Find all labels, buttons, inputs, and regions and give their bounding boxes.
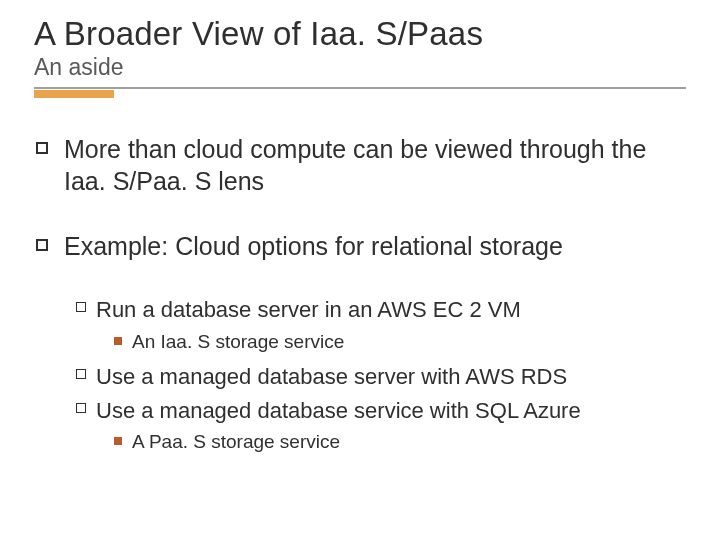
list-item: Example: Cloud options for relational st… bbox=[36, 231, 686, 262]
list-item: Use a managed database server with AWS R… bbox=[76, 363, 686, 391]
sub-list: Run a database server in an AWS EC 2 VM … bbox=[36, 296, 686, 454]
bullet-text: More than cloud compute can be viewed th… bbox=[64, 134, 686, 197]
list-item: More than cloud compute can be viewed th… bbox=[36, 134, 686, 197]
bullet-text: Example: Cloud options for relational st… bbox=[64, 231, 563, 262]
hollow-square-bullet-icon bbox=[76, 369, 86, 379]
slide-title: A Broader View of Iaa. S/Paas bbox=[34, 16, 686, 52]
slide: A Broader View of Iaa. S/Paas An aside M… bbox=[0, 0, 720, 540]
hollow-square-bullet-icon bbox=[36, 239, 48, 251]
bullet-text: A Paa. S storage service bbox=[132, 430, 340, 454]
solid-square-bullet-icon bbox=[114, 437, 122, 445]
divider-line bbox=[34, 87, 686, 89]
hollow-square-bullet-icon bbox=[76, 302, 86, 312]
bullet-text: Use a managed database server with AWS R… bbox=[96, 363, 567, 391]
bullet-text: Run a database server in an AWS EC 2 VM bbox=[96, 296, 521, 324]
list-item: A Paa. S storage service bbox=[114, 430, 686, 454]
title-divider bbox=[34, 87, 686, 98]
list-item: Run a database server in an AWS EC 2 VM bbox=[76, 296, 686, 324]
content-area: More than cloud compute can be viewed th… bbox=[34, 134, 686, 454]
solid-square-bullet-icon bbox=[114, 337, 122, 345]
list-item: An Iaa. S storage service bbox=[114, 330, 686, 354]
bullet-text: An Iaa. S storage service bbox=[132, 330, 344, 354]
bullet-text: Use a managed database service with SQL … bbox=[96, 397, 581, 425]
list-item: Use a managed database service with SQL … bbox=[76, 397, 686, 425]
slide-subtitle: An aside bbox=[34, 54, 686, 81]
divider-accent bbox=[34, 90, 114, 98]
hollow-square-bullet-icon bbox=[36, 142, 48, 154]
hollow-square-bullet-icon bbox=[76, 403, 86, 413]
